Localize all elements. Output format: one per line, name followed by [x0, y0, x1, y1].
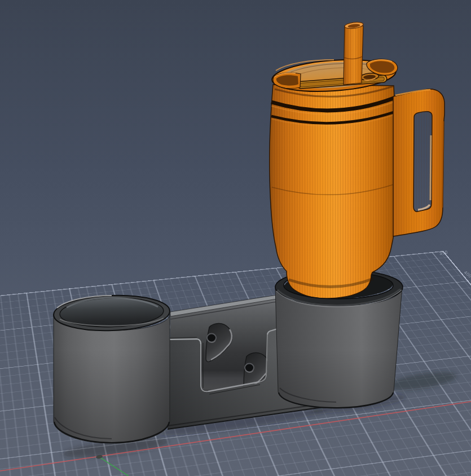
cad-viewport[interactable]: 350 400 — [0, 0, 471, 476]
tumbler-handle — [393, 89, 444, 236]
tumbler-model[interactable] — [270, 21, 444, 298]
scene-canvas — [0, 0, 471, 476]
y-axis — [98, 456, 129, 476]
left-cup-holder — [53, 293, 170, 443]
straw — [344, 21, 364, 85]
